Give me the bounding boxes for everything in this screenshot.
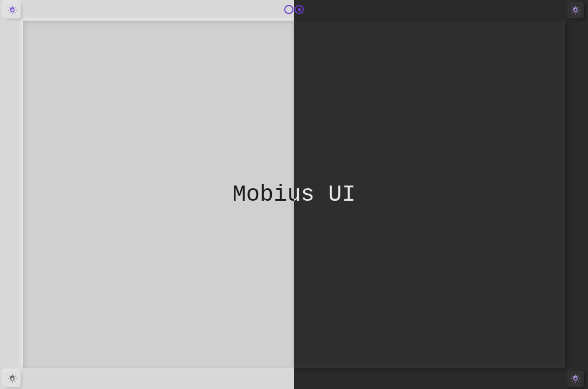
svg-point-2 [11, 377, 14, 380]
theme-toggle-br[interactable] [567, 371, 584, 387]
sun-moon-icon [8, 5, 17, 15]
svg-point-0 [11, 9, 14, 12]
svg-point-1 [574, 9, 577, 12]
sun-moon-icon [571, 374, 580, 384]
page-title-wrapper: Mobius UI Mobius UI [213, 178, 375, 211]
sun-moon-icon [571, 5, 580, 15]
indicator-light[interactable] [284, 5, 293, 14]
theme-indicators [284, 5, 304, 14]
indicator-dark[interactable] [295, 5, 304, 14]
svg-point-3 [574, 377, 577, 380]
theme-toggle-tr[interactable] [567, 2, 584, 18]
theme-toggle-bl[interactable] [4, 371, 21, 387]
sun-moon-icon [8, 374, 17, 384]
theme-toggle-tl[interactable] [4, 2, 21, 18]
